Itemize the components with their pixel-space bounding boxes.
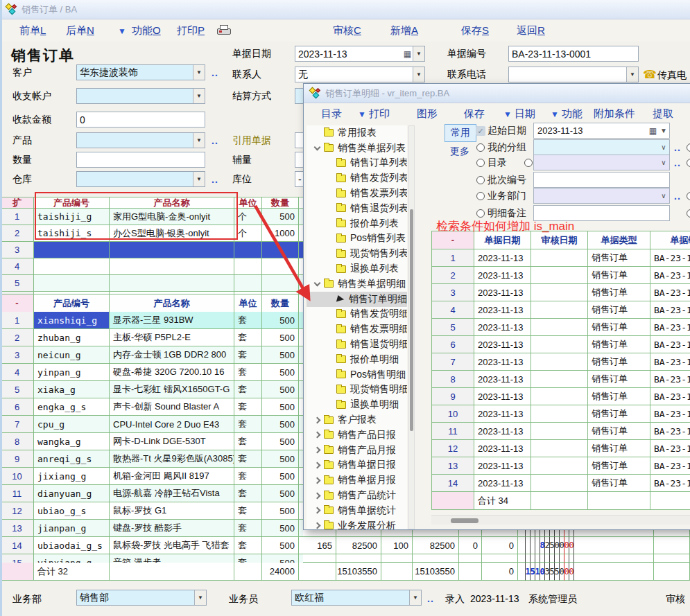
horizontal-scrollbar[interactable] bbox=[431, 515, 690, 525]
cell-product-code[interactable] bbox=[34, 242, 110, 258]
toolbar-item-功能[interactable]: 功能 bbox=[562, 107, 583, 121]
cell-unit[interactable]: 套 bbox=[234, 329, 262, 346]
row-number-cell[interactable]: 1 bbox=[1, 209, 34, 225]
row-number-cell[interactable]: 5 bbox=[1, 275, 34, 292]
lookup-dots[interactable]: .. bbox=[674, 157, 681, 168]
cell-product-name[interactable]: 散热器-Tt 火星9彩色版(A3085) bbox=[110, 450, 234, 468]
row-number-cell[interactable]: 8 bbox=[432, 371, 474, 388]
row-number-cell[interactable]: 15 bbox=[1, 554, 34, 563]
cell-product-name[interactable] bbox=[110, 242, 234, 258]
collapse-chevron-icon[interactable] bbox=[313, 279, 320, 286]
cell-unit[interactable]: 套 bbox=[234, 485, 262, 502]
row-number-cell[interactable]: 7 bbox=[1, 416, 34, 433]
lookup-dots[interactable]: .. bbox=[674, 142, 681, 153]
cell-doc-code[interactable]: BA-23-11-1 bbox=[650, 353, 690, 371]
row-number-cell[interactable]: 13 bbox=[1, 520, 34, 537]
row-number-cell[interactable]: 9 bbox=[1, 450, 34, 468]
row-number-cell[interactable]: 1 bbox=[1, 312, 34, 329]
toolbar-item-图形[interactable]: 图形 bbox=[417, 107, 438, 121]
cell-unit[interactable] bbox=[234, 242, 262, 258]
dropdown-chevron-icon[interactable]: ∨ bbox=[658, 192, 669, 200]
filter-field-业务部门[interactable]: ∨ bbox=[533, 188, 670, 204]
row-number-cell[interactable]: 10 bbox=[432, 405, 474, 423]
dropdown-arrow-icon[interactable]: ▼ bbox=[193, 65, 205, 80]
cell-doc-code[interactable]: BA-23-11-1 bbox=[650, 249, 690, 267]
checkbox-业务部门[interactable] bbox=[476, 192, 485, 200]
cell-doc-code[interactable]: BA-23-11-1 bbox=[650, 336, 690, 353]
tree-item-销售类单据明细[interactable]: 销售类单据明细 bbox=[307, 276, 407, 292]
calendar-icon[interactable]: ▦ bbox=[648, 126, 658, 136]
field-数量[interactable] bbox=[76, 152, 205, 168]
tree-item-销售单据统计[interactable]: 销售单据统计 bbox=[307, 503, 407, 518]
tree-item-销售产品日报[interactable]: 销售产品日报 bbox=[307, 428, 407, 443]
cell-product-code[interactable]: zhuban_g bbox=[34, 329, 110, 346]
dropdown-arrow-icon[interactable]: ▼ bbox=[413, 46, 424, 61]
field-产品[interactable]: ▼ bbox=[76, 132, 205, 148]
cell-unit[interactable]: 套 bbox=[234, 554, 262, 563]
cell-product-code[interactable]: engka_g_s bbox=[34, 398, 110, 416]
checkbox-批次编号[interactable] bbox=[476, 176, 485, 184]
cell-doc-type[interactable]: 销售订单 bbox=[588, 457, 650, 475]
window-titlebar[interactable]: 销售订单 / BA bbox=[0, 0, 690, 19]
cell-product-code[interactable]: taishiji_g bbox=[34, 209, 110, 225]
cell-unit[interactable]: 套 bbox=[234, 520, 262, 537]
tree-item-退换单列表[interactable]: 退换单列表 bbox=[307, 261, 407, 276]
menu-item-审核[interactable]: 审核C bbox=[333, 24, 361, 37]
cell-unit[interactable]: 套 bbox=[234, 312, 262, 329]
toolbar-item-日期[interactable]: 日期 bbox=[515, 107, 535, 121]
menu-item-后单[interactable]: 后单N bbox=[66, 24, 94, 37]
cell-date[interactable]: 2023-11-13 bbox=[474, 475, 531, 492]
expand-chevron-icon[interactable] bbox=[313, 522, 320, 529]
toolbar-item-附加条件[interactable]: 附加条件 bbox=[594, 107, 635, 121]
cell-qty[interactable]: 500 bbox=[262, 312, 299, 329]
cell-product-name[interactable]: 音箱-漫步者 bbox=[110, 554, 234, 563]
cell-qty[interactable]: 500 bbox=[262, 433, 299, 450]
expand-chevron-icon[interactable] bbox=[313, 507, 320, 514]
toolbar-item-提取[interactable]: 提取 bbox=[653, 107, 673, 121]
cell-doc-type[interactable]: 销售订单 bbox=[588, 319, 650, 336]
cell-qty[interactable]: 500 bbox=[262, 450, 299, 468]
row-number-cell[interactable]: 10 bbox=[1, 468, 34, 485]
dept-combo[interactable]: 销售部 ▼ bbox=[76, 590, 207, 606]
cell-product-code[interactable]: yinxiang_g bbox=[34, 554, 110, 563]
cell-product-name[interactable] bbox=[110, 258, 234, 275]
cell-audit-date[interactable] bbox=[531, 353, 588, 371]
cell-unit[interactable]: 个 bbox=[234, 225, 262, 242]
cell-audit-date[interactable] bbox=[531, 336, 588, 353]
toolbar-item-打印[interactable]: 打印 bbox=[369, 107, 390, 121]
cell-product-name[interactable]: 内存-金士顿 1GB DDR2 800 bbox=[110, 346, 234, 364]
row-number-cell[interactable]: 6 bbox=[1, 398, 34, 416]
cell-audit-date[interactable] bbox=[531, 284, 588, 301]
cell-date[interactable]: 2023-11-13 bbox=[474, 301, 531, 319]
row-number-cell[interactable]: 5 bbox=[432, 319, 474, 336]
menu-item-保存[interactable]: 保存S bbox=[461, 24, 489, 37]
cell-doc-type[interactable]: 销售订单 bbox=[588, 440, 650, 457]
cell-unit[interactable]: 套 bbox=[234, 502, 262, 520]
cell-qty[interactable]: 500 bbox=[262, 468, 299, 485]
cell-doc-type[interactable]: 销售订单 bbox=[588, 301, 650, 319]
cell-unit[interactable]: 套 bbox=[234, 381, 262, 398]
expand-chevron-icon[interactable] bbox=[313, 432, 320, 439]
row-number-cell[interactable]: 4 bbox=[1, 258, 34, 275]
row-number-cell[interactable]: 8 bbox=[1, 433, 34, 450]
menu-item-功能[interactable]: 功能O bbox=[132, 24, 161, 37]
tree-item-销售退货明细[interactable]: 销售退货明细 bbox=[307, 337, 407, 352]
toolbar-item-保存[interactable]: 保存 bbox=[464, 107, 485, 121]
cell-product-code[interactable]: wangka_g bbox=[34, 433, 110, 450]
dropdown-arrow-icon[interactable]: ▼ bbox=[194, 590, 206, 605]
cell-product-code[interactable]: anreqi_g_s bbox=[34, 450, 110, 468]
cell-product-name[interactable]: 硬盘-希捷 320G 7200.10 16 bbox=[110, 364, 234, 381]
cell-product-name[interactable]: 显示器-三星 931BW bbox=[110, 312, 234, 329]
cell-doc-type[interactable]: 销售订单 bbox=[588, 405, 650, 423]
field-单据编号[interactable]: BA-23-11-13-0001 bbox=[508, 46, 639, 62]
field-收款金额[interactable]: 0 bbox=[76, 112, 205, 127]
cell-product-code[interactable]: jianpan_g bbox=[34, 520, 110, 537]
cell-qty[interactable]: 500 bbox=[262, 364, 299, 381]
cell-unit[interactable]: 套 bbox=[234, 433, 262, 450]
cell-product-name[interactable]: 主板-华硕 P5PL2-E bbox=[110, 329, 234, 346]
cell-audit-date[interactable] bbox=[531, 371, 588, 388]
dropdown-arrow-icon[interactable]: ▼ bbox=[409, 590, 421, 605]
cell-doc-type[interactable]: 销售订单 bbox=[588, 388, 650, 405]
radio-目录[interactable] bbox=[524, 159, 533, 167]
cell-qty[interactable]: 500 bbox=[262, 346, 299, 364]
